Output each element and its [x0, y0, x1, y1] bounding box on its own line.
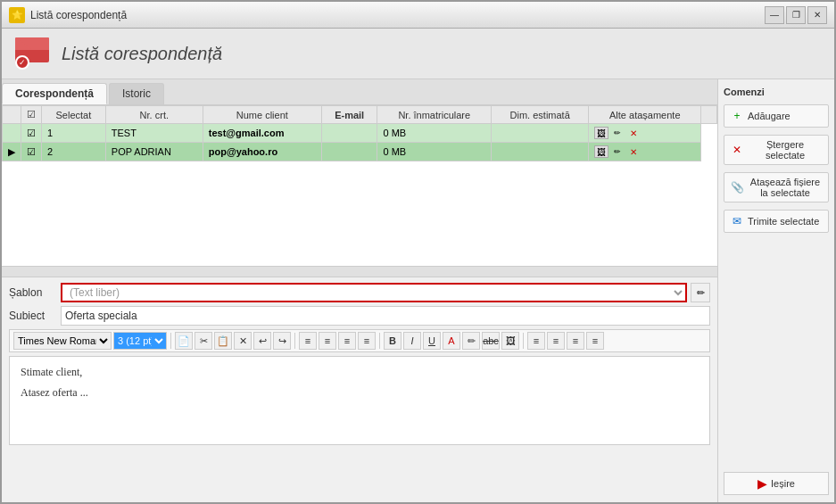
row-nume-client: POP ADRIAN	[105, 143, 203, 161]
editor-line2: Atasez oferta ...	[21, 386, 699, 400]
header: ✓ Listă corespondență	[2, 29, 834, 79]
commands-title: Comenzi	[724, 87, 829, 97]
col-actions	[701, 106, 717, 124]
list-ordered-button[interactable]: ≡	[567, 332, 584, 350]
adaugare-button[interactable]: + Adăugare	[724, 104, 829, 128]
stergere-button[interactable]: ✕ Ștergere selectate	[724, 135, 829, 165]
row-indicator	[3, 124, 21, 143]
close-button[interactable]: ✕	[807, 6, 827, 24]
editor-line1: Stimate client,	[21, 366, 699, 379]
app-icon: ⭐	[9, 7, 25, 23]
sablon-label: Șablon	[9, 286, 54, 299]
col-nume-client: Nume client	[203, 106, 321, 124]
toolbar-separator	[379, 333, 380, 349]
email-editor[interactable]: Stimate client, Atasez oferta ...	[9, 356, 710, 445]
col-dim-estimata: Dim. estimată	[492, 106, 589, 124]
delete-icon: ✕	[730, 143, 744, 157]
row-actions: 🖼 ✏ ✕	[589, 124, 701, 143]
row-email: pop@yahoo.ro	[203, 143, 321, 161]
stergere-label: Ștergere selectate	[748, 139, 823, 161]
col-nr-inmatriculare: Nr. înmatriculare	[377, 106, 492, 124]
main-window: ⭐ Listă corespondență — ❐ ✕ ✓ Listă core…	[0, 0, 836, 504]
row-email: test@gmail.com	[203, 124, 321, 143]
col-selectat: Selectat	[42, 106, 106, 124]
tab-corespondenta[interactable]: Corespondență	[2, 83, 107, 104]
table-area: ☑ Selectat Nr. crt. Nume client E-mail N…	[2, 105, 717, 266]
left-panel: Corespondență Istoric ☑ Selectat Nr. crt…	[2, 79, 718, 502]
title-bar-left: ⭐ Listă corespondență	[9, 7, 127, 23]
main-content: Corespondență Istoric ☑ Selectat Nr. crt…	[2, 79, 834, 502]
tab-istoric[interactable]: Istoric	[109, 83, 164, 104]
atasare-button[interactable]: 📎 Atașează fișiere la selectate	[724, 172, 829, 202]
row-nr-crt: 1	[42, 124, 106, 143]
action-delete-icon[interactable]: ✕	[626, 127, 641, 139]
col-indicator	[3, 106, 21, 124]
sablon-select[interactable]: (Text liber)	[61, 283, 687, 302]
align-left-button[interactable]: ≡	[299, 332, 317, 350]
underline-button[interactable]: U	[423, 332, 441, 350]
restore-button[interactable]: ❐	[786, 6, 806, 24]
delete-button[interactable]: ✕	[234, 332, 252, 350]
plus-icon: +	[730, 109, 744, 123]
justify-button[interactable]: ≡	[358, 332, 376, 350]
indent-button[interactable]: ≡	[527, 332, 545, 350]
toolbar-separator	[523, 333, 524, 349]
right-panel: Comenzi + Adăugare ✕ Ștergere selectate …	[718, 79, 834, 502]
col-select-all[interactable]: ☑	[21, 106, 42, 124]
tab-bar: Corespondență Istoric	[2, 79, 717, 105]
trimite-button[interactable]: ✉ Trimite selectate	[724, 210, 829, 233]
row-actions: 🖼 ✏ ✕	[589, 143, 701, 161]
send-icon: ✉	[730, 214, 744, 228]
action-edit-icon[interactable]: ✏	[610, 127, 625, 139]
row-nr-inmatriculare	[321, 124, 377, 143]
align-center-button[interactable]: ≡	[319, 332, 336, 350]
italic-button[interactable]: I	[403, 332, 421, 350]
cut-button[interactable]: ✂	[195, 332, 212, 350]
strikethrough-button[interactable]: abc	[482, 332, 500, 350]
font-color-button[interactable]: A	[443, 332, 460, 350]
action-delete-icon[interactable]: ✕	[626, 145, 641, 158]
data-table: ☑ Selectat Nr. crt. Nume client E-mail N…	[2, 105, 717, 161]
subiect-label: Subiect	[9, 310, 54, 322]
font-size-select[interactable]: 3 (12 pt)	[113, 332, 167, 350]
row-checkbox[interactable]: ☑	[21, 143, 42, 161]
sablon-row: Șablon (Text liber) ✏	[9, 283, 710, 302]
trimite-label: Trimite selectate	[748, 216, 819, 227]
exit-icon: ▶	[757, 476, 767, 491]
sablon-input-container: (Text liber) ✏	[61, 283, 710, 302]
image-button[interactable]: 🖼	[501, 332, 519, 350]
atasare-label: Atașează fișiere la selectate	[748, 177, 823, 198]
subiect-row: Subiect	[9, 306, 710, 326]
app-logo: ✓	[15, 37, 51, 70]
minimize-button[interactable]: —	[765, 6, 784, 24]
exit-button[interactable]: ▶ Ieșire	[724, 472, 829, 495]
window-controls: — ❐ ✕	[765, 6, 827, 24]
highlight-button[interactable]: ✏	[462, 332, 480, 350]
outdent-button[interactable]: ≡	[547, 332, 565, 350]
align-right-button[interactable]: ≡	[338, 332, 356, 350]
horizontal-scrollbar[interactable]	[2, 266, 717, 277]
table-row: ▶ ☑ 2 POP ADRIAN pop@yahoo.ro 0 MB 🖼	[3, 143, 717, 161]
row-checkbox[interactable]: ☑	[21, 124, 42, 143]
new-doc-button[interactable]: 📄	[175, 332, 193, 350]
action-view-icon[interactable]: 🖼	[594, 127, 608, 139]
redo-button[interactable]: ↪	[273, 332, 291, 350]
action-edit-icon[interactable]: ✏	[610, 145, 625, 158]
formatting-toolbar: Times New Roman 3 (12 pt) 📄 ✂ 📋 ✕ ↩ ↪ ≡ …	[9, 329, 710, 352]
action-view-icon[interactable]: 🖼	[594, 145, 608, 158]
undo-button[interactable]: ↩	[253, 332, 271, 350]
adaugare-label: Adăugare	[748, 111, 790, 121]
toolbar-separator	[294, 333, 295, 349]
title-bar: ⭐ Listă corespondență — ❐ ✕	[2, 2, 834, 29]
window-title: Listă corespondență	[30, 9, 127, 21]
attach-icon: 📎	[730, 180, 744, 194]
bold-button[interactable]: B	[384, 332, 401, 350]
paste-button[interactable]: 📋	[214, 332, 232, 350]
font-family-select[interactable]: Times New Roman	[13, 332, 112, 350]
list-unordered-button[interactable]: ≡	[586, 332, 604, 350]
header-title: Listă corespondență	[62, 44, 222, 64]
subiect-input[interactable]	[61, 306, 710, 326]
col-nr-crt: Nr. crt.	[105, 106, 203, 124]
sablon-edit-button[interactable]: ✏	[691, 283, 710, 302]
row-nr-inmatriculare	[321, 143, 377, 161]
